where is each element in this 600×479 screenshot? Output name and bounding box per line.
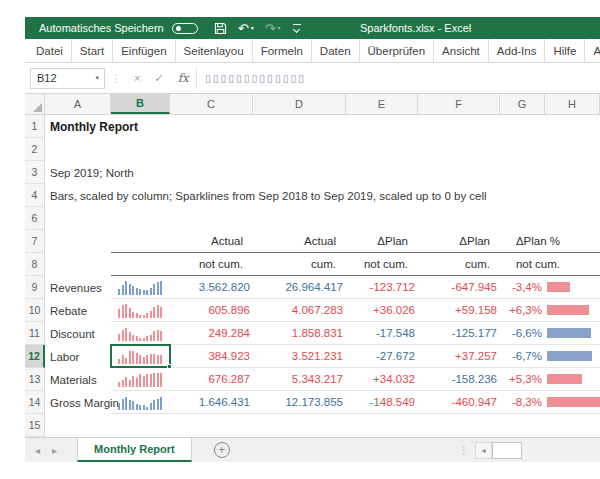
cell-value[interactable]: 1.858.831: [253, 322, 346, 345]
tabbar-resize-icon[interactable]: ⋮: [459, 445, 469, 456]
cell-value[interactable]: -123.712: [346, 276, 418, 299]
row-header-13[interactable]: 13: [25, 368, 45, 391]
cell-report-title[interactable]: Monthly Report: [45, 120, 138, 134]
add-sheet-icon[interactable]: +: [214, 442, 230, 458]
row-header-12-selected[interactable]: 12: [25, 345, 45, 368]
cell-row-label[interactable]: Discount: [45, 328, 111, 340]
cell-value[interactable]: 26.964.417: [253, 276, 346, 299]
cell-row-label[interactable]: Materials: [45, 374, 111, 386]
scroll-left-icon[interactable]: ◂: [475, 442, 492, 459]
row-header-8[interactable]: 8: [25, 253, 45, 276]
cell-value[interactable]: -647.945: [418, 276, 500, 299]
subheader-cum-2[interactable]: cum.: [418, 253, 500, 276]
cell-row-label[interactable]: Gross Margin: [45, 397, 111, 409]
save-icon[interactable]: [214, 22, 227, 35]
cell-databar[interactable]: [545, 299, 600, 322]
column-header-g[interactable]: G: [500, 94, 545, 114]
enter-icon[interactable]: ✓: [147, 72, 170, 85]
cell-sparkline[interactable]: [111, 299, 170, 322]
cell-note[interactable]: Bars, scaled by column; Sparklines from …: [45, 190, 487, 202]
name-box-dropdown-icon[interactable]: ▾: [95, 74, 104, 82]
row-header-14[interactable]: 14: [25, 391, 45, 414]
tab-daten[interactable]: Daten: [312, 39, 360, 62]
cell-sparkline[interactable]: [111, 322, 170, 345]
sheet-next-icon[interactable]: ▸: [52, 445, 57, 456]
row-header-1[interactable]: 1: [25, 115, 45, 138]
cell-percent[interactable]: -6,6%: [500, 322, 545, 345]
cell-value[interactable]: -158.236: [418, 368, 500, 391]
row-header-7[interactable]: 7: [25, 230, 45, 253]
cell-subtitle[interactable]: Sep 2019; North: [45, 167, 134, 179]
tab-addins[interactable]: Add-Ins: [489, 39, 546, 62]
tab-start[interactable]: Start: [72, 39, 113, 62]
tab-seitenlayout[interactable]: Seitenlayou: [176, 39, 253, 62]
cell-value[interactable]: +36.026: [346, 299, 418, 322]
customize-quick-access-icon[interactable]: [292, 24, 302, 32]
subheader-cum-1[interactable]: cum.: [253, 253, 346, 276]
tab-datei[interactable]: Datei: [27, 39, 72, 62]
cell-value[interactable]: -17.548: [346, 322, 418, 345]
column-header-b-selected[interactable]: B: [111, 94, 170, 114]
column-header-e[interactable]: E: [346, 94, 418, 114]
cell-sparkline[interactable]: [111, 368, 170, 391]
cell-row-label[interactable]: Revenues: [45, 282, 111, 294]
tab-acrobat[interactable]: Acrobat: [585, 39, 600, 62]
cell-row-label[interactable]: Rebate: [45, 305, 111, 317]
undo-icon[interactable]: ↶▾: [238, 22, 254, 35]
cell-value[interactable]: +59.158: [418, 299, 500, 322]
cell-databar[interactable]: [545, 322, 600, 345]
row-header-15[interactable]: 15: [25, 414, 45, 437]
subheader-notcum-1[interactable]: not cum.: [111, 253, 253, 276]
cell-databar[interactable]: [545, 391, 600, 414]
tab-ueberpruefen[interactable]: Überprüfen: [360, 39, 435, 62]
sheet-prev-icon[interactable]: ◂: [35, 445, 40, 456]
header-dplan-cum[interactable]: ΔPlan: [418, 230, 500, 253]
tab-einfuegen[interactable]: Einfügen: [113, 39, 175, 62]
row-header-10[interactable]: 10: [25, 299, 45, 322]
cell-value[interactable]: -27.672: [346, 345, 418, 368]
cell-sparkline-selected[interactable]: [111, 345, 170, 368]
cell-percent[interactable]: -6,7%: [500, 345, 545, 368]
cell-percent[interactable]: -8,3%: [500, 391, 545, 414]
cell-value[interactable]: 605.896: [170, 299, 253, 322]
select-all-corner[interactable]: [25, 94, 45, 114]
cell-percent[interactable]: +6,3%: [500, 299, 545, 322]
cell-value[interactable]: 5.343.217: [253, 368, 346, 391]
scrollbar-thumb[interactable]: [492, 442, 522, 459]
cell-databar[interactable]: [545, 345, 600, 368]
column-header-d[interactable]: D: [253, 94, 346, 114]
row-header-2[interactable]: 2: [25, 138, 45, 161]
cell-value[interactable]: -125.177: [418, 322, 500, 345]
column-header-a[interactable]: A: [45, 94, 111, 114]
cell-value[interactable]: -460.947: [418, 391, 500, 414]
cell-sparkline[interactable]: [111, 391, 170, 414]
cell-value[interactable]: 3.562.820: [170, 276, 253, 299]
header-dplan-notcum[interactable]: ΔPlan: [346, 230, 418, 253]
cell-databar[interactable]: [545, 368, 600, 391]
tab-formeln[interactable]: Formeln: [253, 39, 312, 62]
tab-ansicht[interactable]: Ansicht: [434, 39, 489, 62]
row-header-6[interactable]: 6: [25, 207, 45, 230]
cell-value[interactable]: +34.032: [346, 368, 418, 391]
row-header-3[interactable]: 3: [25, 161, 45, 184]
cell-sparkline[interactable]: [111, 276, 170, 299]
sheet-tab-monthly-report[interactable]: Monthly Report: [77, 438, 192, 462]
fill-handle[interactable]: [167, 364, 172, 369]
cell-value[interactable]: 249.284: [170, 322, 253, 345]
scrollbar-track[interactable]: [522, 442, 600, 459]
row-header-4[interactable]: 4: [25, 184, 45, 207]
column-header-f[interactable]: F: [418, 94, 500, 114]
tab-hilfe[interactable]: Hilfe: [545, 39, 585, 62]
cell-value[interactable]: -148.549: [346, 391, 418, 414]
cell-value[interactable]: 12.173.855: [253, 391, 346, 414]
cell-value[interactable]: +37.257: [418, 345, 500, 368]
cell-value[interactable]: 384.923: [170, 345, 253, 368]
header-actual-notcum[interactable]: Actual: [111, 230, 253, 253]
header-dplan-pct[interactable]: ΔPlan %: [500, 230, 600, 253]
column-header-c[interactable]: C: [170, 94, 253, 114]
name-box[interactable]: B12 ▾: [30, 68, 105, 89]
cell-value[interactable]: 1.646.431: [170, 391, 253, 414]
row-header-11[interactable]: 11: [25, 322, 45, 345]
cell-value[interactable]: 676.287: [170, 368, 253, 391]
header-actual-cum[interactable]: Actual: [253, 230, 346, 253]
